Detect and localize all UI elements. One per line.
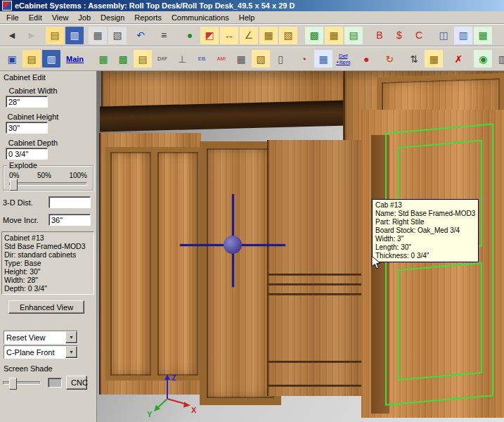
- drawer-seam: [269, 293, 369, 295]
- table-green-icon[interactable]: ▦: [94, 50, 112, 68]
- part-tooltip-line: Length: 30": [375, 243, 475, 252]
- bold-b-icon[interactable]: B: [370, 27, 389, 44]
- menu-item[interactable]: Communications: [167, 13, 234, 23]
- clock-icon[interactable]: ◔: [295, 50, 313, 68]
- print-preview-icon[interactable]: ▧: [108, 27, 127, 44]
- calc-icon[interactable]: ▦: [314, 50, 332, 68]
- cabinet-width-input[interactable]: [6, 96, 48, 108]
- move-incr-label: Move Incr.: [3, 216, 39, 224]
- menu-item[interactable]: Design: [96, 13, 129, 23]
- part-tooltip-line: Thickness: 0 3/4": [375, 252, 475, 260]
- render-icon[interactable]: ●: [181, 27, 199, 44]
- right-side-panel[interactable]: [361, 110, 504, 418]
- table-green-2-icon[interactable]: ▩: [114, 50, 132, 68]
- menu-item[interactable]: Edit: [24, 13, 47, 23]
- new-page-icon[interactable]: ▤: [22, 50, 41, 68]
- open-folder-icon[interactable]: ▤: [46, 27, 64, 44]
- eb-icon[interactable]: EB: [193, 50, 211, 68]
- panel-green-icon[interactable]: ▩: [305, 27, 323, 44]
- explode-group: Explode 0%50%100%: [3, 165, 93, 191]
- move-incr-input[interactable]: [49, 214, 91, 226]
- report-icon[interactable]: ≡: [155, 27, 173, 44]
- z-axis-arrow: [164, 374, 170, 380]
- move-handle[interactable]: [180, 194, 285, 287]
- explode-slider-thumb[interactable]: [10, 179, 18, 191]
- angle-icon[interactable]: ∠: [240, 27, 258, 44]
- explode-tick: 50%: [37, 172, 51, 179]
- enhanced-view-button[interactable]: Enhanced View: [8, 300, 84, 314]
- menu-item[interactable]: Job: [73, 13, 96, 23]
- screen-shade-thumb[interactable]: [9, 378, 17, 390]
- cabinet-info-line: Cabinet #13: [4, 234, 91, 242]
- dxf-icon[interactable]: DXF: [153, 50, 172, 68]
- undo-icon[interactable]: ↶: [131, 27, 150, 44]
- cabinet-depth-input[interactable]: [6, 148, 48, 160]
- toolbar-tools-group: ▦▩▤DXF⊥EBAM!▦▧▯◔▦: [89, 50, 333, 68]
- edge-tool-icon[interactable]: ▥: [493, 50, 504, 68]
- chart-grid-icon[interactable]: ▦: [474, 27, 492, 44]
- toolbar-file-group: ▣▤▥: [2, 50, 61, 68]
- nav-back-icon[interactable]: ◄: [3, 27, 21, 44]
- caliper-icon[interactable]: ⊥: [173, 50, 191, 68]
- save-assembly-icon[interactable]: ▥: [42, 50, 60, 68]
- part-tooltip-line: Name: Std Base Framed-MOD3: [375, 210, 475, 218]
- chevron-down-icon[interactable]: ▼: [65, 346, 77, 358]
- rotate-icon[interactable]: ↻: [380, 50, 399, 68]
- drawer-gold-icon[interactable]: ▤: [134, 50, 152, 68]
- screen-shade-slider[interactable]: [3, 381, 41, 385]
- 3d-dist-input[interactable]: [49, 196, 91, 208]
- app-window: eCabinet Systems : Assembly: Roll Top De…: [0, 0, 504, 422]
- cplane-dropdown[interactable]: C-Plane Front ▼: [4, 345, 78, 359]
- camera-icon[interactable]: ◉: [474, 50, 492, 68]
- select-tool-icon[interactable]: ▣: [3, 50, 21, 68]
- grid-icon[interactable]: ▦: [232, 50, 250, 68]
- save-icon[interactable]: ▥: [65, 27, 84, 44]
- cabinet-info-line: Type: Base: [4, 259, 91, 267]
- chart-report-icon[interactable]: ▥: [454, 27, 472, 44]
- reset-view-dropdown[interactable]: Reset View ▼: [4, 331, 78, 344]
- toolbar-edit-group: ●↻⇅▦✗◉▥: [353, 50, 504, 68]
- cabinet-height-input[interactable]: [6, 122, 48, 134]
- 3d-dist-label: 3-D Dist.: [3, 198, 33, 207]
- dim-lines-icon[interactable]: ⇅: [405, 50, 423, 68]
- menu-item[interactable]: Reports: [129, 13, 167, 23]
- grid-edit-icon[interactable]: ▦: [425, 50, 443, 68]
- orientation-axes: Z X Y: [146, 372, 238, 422]
- cnc-button[interactable]: CNC: [66, 376, 87, 390]
- cabinet-edit-title: Cabinet Edit: [0, 71, 96, 82]
- chevron-down-icon[interactable]: ▼: [65, 331, 77, 343]
- paint-icon[interactable]: ◩: [200, 27, 219, 44]
- cost-c-icon[interactable]: C: [410, 27, 428, 44]
- cplane-value: C-Plane Front: [4, 348, 65, 357]
- grid-gold-icon[interactable]: ▦: [259, 27, 278, 44]
- cabinet-width-label: Cabinet Width: [3, 87, 63, 95]
- nav-forward-icon[interactable]: ►: [22, 27, 41, 44]
- main-link[interactable]: Main: [66, 55, 84, 63]
- move-handle-ball[interactable]: [224, 236, 242, 254]
- menu-item[interactable]: Help: [234, 13, 260, 23]
- delete-icon[interactable]: ✗: [449, 50, 467, 68]
- explode-slider[interactable]: [9, 182, 87, 186]
- panel-gold-icon[interactable]: ▧: [252, 50, 270, 68]
- viewport-3d[interactable]: Cab #13Name: Std Base Framed-MOD3Part: R…: [97, 71, 504, 422]
- menu-item[interactable]: View: [47, 13, 74, 23]
- print-icon[interactable]: ▦: [89, 27, 107, 44]
- dimension-icon[interactable]: ↔: [220, 27, 238, 44]
- dollar-icon[interactable]: $: [390, 27, 408, 44]
- left-door-left-panel[interactable]: [105, 147, 156, 381]
- point-select-icon[interactable]: ●: [357, 50, 375, 68]
- am-icon[interactable]: AM!: [212, 50, 231, 68]
- cabinet-info-line: Height: 30": [4, 267, 91, 276]
- box-icon[interactable]: ▯: [271, 50, 290, 68]
- x-axis-label: X: [191, 406, 197, 414]
- box-gold-icon[interactable]: ▧: [279, 27, 297, 44]
- chart-column-icon[interactable]: ◫: [434, 27, 453, 44]
- shade-swatch: [48, 378, 62, 388]
- money-icon[interactable]: ▤: [344, 27, 363, 44]
- def-item-link[interactable]: Def +Item: [336, 53, 350, 65]
- app-icon: [2, 1, 12, 11]
- table-gold-icon[interactable]: ▦: [325, 27, 343, 44]
- menu-bar: FileEditViewJobDesignReportsCommunicatio…: [0, 11, 504, 24]
- menu-item[interactable]: File: [1, 13, 24, 23]
- mouse-cursor: [371, 255, 381, 270]
